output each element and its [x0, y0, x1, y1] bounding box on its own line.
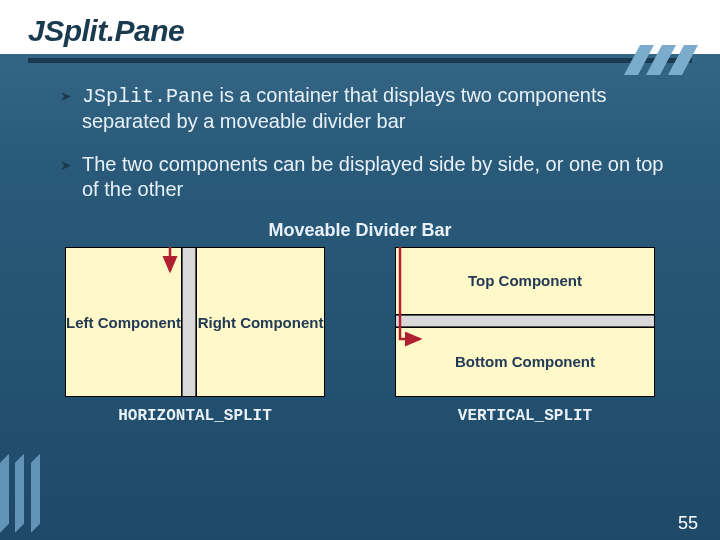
vsplit-panel: Top Component Bottom Component [395, 247, 655, 397]
title-bar: JSplit.Pane [0, 0, 720, 54]
bullet-item: ➤ JSplit.Pane is a container that displa… [60, 83, 680, 134]
decoration-top-right [632, 45, 712, 75]
hsplit-panel: Left Component Right Component [65, 247, 325, 397]
vsplit-caption: VERTICAL_SPLIT [458, 407, 592, 425]
diagram-row: Left Component Right Component HORIZONTA… [0, 247, 720, 425]
vsplit-bottom-component: Bottom Component [396, 327, 654, 396]
horizontal-split-diagram: Left Component Right Component HORIZONTA… [65, 247, 325, 425]
decoration-bottom-left [0, 438, 40, 528]
hsplit-divider [182, 248, 196, 396]
hsplit-right-component: Right Component [196, 248, 324, 396]
bullet-text: JSplit.Pane is a container that displays… [82, 83, 680, 134]
vsplit-top-component: Top Component [396, 248, 654, 315]
content-area: ➤ JSplit.Pane is a container that displa… [0, 63, 720, 202]
vertical-split-diagram: Top Component Bottom Component VERTICAL_… [395, 247, 655, 425]
hsplit-caption: HORIZONTAL_SPLIT [118, 407, 272, 425]
vsplit-divider [396, 315, 654, 327]
bullet-text: The two components can be displayed side… [82, 152, 680, 202]
chevron-right-icon: ➤ [60, 157, 72, 202]
chevron-right-icon: ➤ [60, 88, 72, 134]
hsplit-left-component: Left Component [66, 248, 182, 396]
page-number: 55 [678, 513, 698, 534]
divider-bar-label: Moveable Divider Bar [0, 220, 720, 241]
slide-title: JSplit.Pane [28, 14, 692, 48]
bullet-item: ➤ The two components can be displayed si… [60, 152, 680, 202]
